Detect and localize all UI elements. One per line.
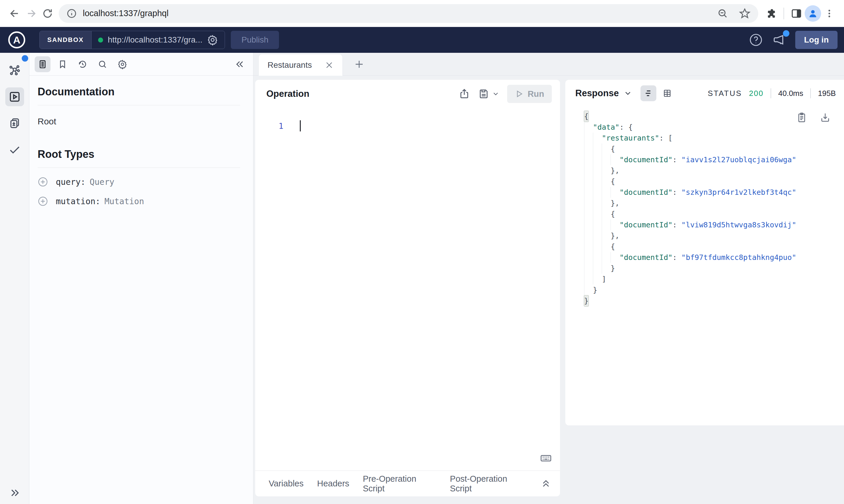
expand-sidebar-icon[interactable] bbox=[9, 487, 20, 499]
documentation-panel: Documentation Root Root Types query:Quer… bbox=[29, 53, 254, 504]
bottom-tab-variables[interactable]: Variables bbox=[269, 479, 304, 488]
response-panel: Response STATUS bbox=[565, 80, 844, 426]
apollo-logo-icon[interactable]: A bbox=[8, 31, 25, 49]
root-type-field: query: bbox=[56, 177, 85, 187]
documentation-tab-icon[interactable] bbox=[35, 56, 51, 72]
endpoint-settings-gear-icon[interactable] bbox=[207, 34, 218, 46]
text-caret bbox=[300, 120, 301, 131]
rule bbox=[38, 105, 240, 105]
browser-menu-icon[interactable] bbox=[821, 5, 838, 22]
expand-plus-icon[interactable] bbox=[38, 177, 48, 187]
collapse-bottom-bar-icon[interactable] bbox=[541, 479, 551, 489]
response-title: Response bbox=[575, 88, 619, 98]
json-line: { bbox=[584, 143, 835, 154]
response-size: 195B bbox=[818, 89, 836, 98]
root-type-name[interactable]: Query bbox=[90, 177, 114, 187]
documentation-content: Documentation Root Root Types query:Quer… bbox=[29, 76, 253, 206]
root-type-name[interactable]: Mutation bbox=[105, 197, 144, 206]
bottom-tab-headers[interactable]: Headers bbox=[317, 479, 349, 488]
status-label: STATUS bbox=[708, 89, 742, 98]
bookmarks-icon[interactable] bbox=[55, 56, 70, 72]
rail-notification-dot bbox=[22, 55, 28, 61]
operation-panel: Operation bbox=[255, 80, 560, 471]
expand-plus-icon[interactable] bbox=[38, 196, 48, 206]
explorer-icon[interactable] bbox=[5, 87, 24, 106]
json-line: } bbox=[584, 263, 835, 274]
json-line: ] bbox=[584, 274, 835, 285]
settings-gear-icon[interactable] bbox=[115, 56, 131, 72]
rule bbox=[38, 167, 240, 168]
workspace: Documentation Root Root Types query:Quer… bbox=[0, 53, 844, 504]
bottom-tab-pre-operation-script[interactable]: Pre-Operation Script bbox=[363, 474, 436, 493]
table-view-icon[interactable] bbox=[659, 85, 675, 101]
forward-icon[interactable] bbox=[23, 5, 39, 22]
save-icon[interactable] bbox=[478, 88, 489, 100]
json-line: "data": { bbox=[584, 122, 835, 132]
profile-avatar[interactable] bbox=[805, 5, 821, 22]
reload-icon[interactable] bbox=[39, 5, 56, 22]
help-icon[interactable] bbox=[749, 33, 763, 47]
search-icon[interactable] bbox=[94, 56, 110, 72]
operation-bottom-bar: VariablesHeadersPre-Operation ScriptPost… bbox=[255, 471, 560, 497]
response-dropdown[interactable]: Response bbox=[575, 88, 632, 98]
json-line: "documentId": "iavv1s2l27uoblqcjai06wga" bbox=[584, 154, 835, 165]
zoom-out-icon[interactable] bbox=[717, 8, 728, 19]
address-bar[interactable]: localhost:1337/graphql bbox=[59, 4, 758, 23]
megaphone-notification-dot bbox=[783, 30, 789, 37]
json-line: }, bbox=[584, 230, 835, 241]
endpoint-url-field[interactable]: http://localhost:1337/gra... bbox=[92, 34, 225, 46]
collapse-panel-icon[interactable] bbox=[232, 56, 248, 72]
schema-icon[interactable] bbox=[5, 61, 24, 80]
response-body[interactable]: {"data": {"restaurants": [{"documentId":… bbox=[565, 107, 844, 426]
root-type-row[interactable]: mutation:Mutation bbox=[38, 196, 240, 206]
changesets-icon[interactable] bbox=[5, 114, 24, 132]
left-rail bbox=[0, 53, 29, 504]
bookmark-star-icon[interactable] bbox=[739, 7, 751, 19]
run-button[interactable]: Run bbox=[507, 85, 552, 103]
download-response-icon[interactable] bbox=[819, 111, 831, 123]
root-type-row[interactable]: query:Query bbox=[38, 177, 240, 187]
status-code: 200 bbox=[749, 89, 763, 98]
save-chevron-down-icon[interactable] bbox=[492, 90, 500, 98]
keyboard-shortcuts-icon[interactable] bbox=[539, 452, 552, 465]
share-icon[interactable] bbox=[459, 88, 470, 100]
sandbox-badge: SANDBOX bbox=[40, 31, 92, 49]
line-number: 1 bbox=[255, 122, 283, 471]
tab-label[interactable]: Restaurants bbox=[268, 60, 312, 70]
side-panel-icon[interactable] bbox=[788, 5, 805, 22]
back-icon[interactable] bbox=[6, 5, 23, 22]
login-button[interactable]: Log in bbox=[795, 31, 838, 49]
response-duration: 40.0ms bbox=[778, 89, 803, 98]
play-icon bbox=[515, 89, 523, 98]
documentation-title: Documentation bbox=[38, 86, 240, 98]
tab-bar: Restaurants bbox=[254, 53, 844, 76]
save-group[interactable] bbox=[478, 88, 500, 100]
json-line: { bbox=[584, 176, 835, 187]
tab-restaurants[interactable]: Restaurants bbox=[258, 54, 343, 76]
operation-editor[interactable]: 1 bbox=[255, 108, 560, 471]
endpoint-text[interactable]: http://localhost:1337/gra... bbox=[108, 35, 202, 44]
site-info-icon[interactable] bbox=[66, 8, 77, 19]
json-line: } bbox=[584, 285, 835, 295]
extensions-icon[interactable] bbox=[763, 5, 779, 22]
new-tab-icon[interactable] bbox=[350, 55, 368, 74]
formatted-view-icon[interactable] bbox=[640, 85, 656, 101]
bottom-tab-post-operation-script[interactable]: Post-Operation Script bbox=[450, 474, 527, 493]
json-line: "documentId": "bf97tfdumkcc8ptahkng4puo" bbox=[584, 252, 835, 263]
url-text[interactable]: localhost:1337/graphql bbox=[83, 8, 717, 18]
announcements-megaphone-icon[interactable] bbox=[772, 33, 787, 47]
root-types-title: Root Types bbox=[38, 148, 240, 160]
sandbox-header: A SANDBOX http://localhost:1337/gra... P… bbox=[0, 27, 844, 53]
operation-column: Operation bbox=[255, 80, 560, 497]
root-types-list: query:Querymutation:Mutation bbox=[38, 177, 240, 206]
json-line: { bbox=[584, 209, 835, 219]
operation-title: Operation bbox=[266, 89, 309, 99]
copy-response-icon[interactable] bbox=[796, 111, 808, 123]
publish-button[interactable]: Publish bbox=[231, 31, 279, 49]
root-link[interactable]: Root bbox=[38, 116, 240, 126]
response-json: {"data": {"restaurants": [{"documentId":… bbox=[584, 111, 835, 306]
tab-close-icon[interactable] bbox=[325, 61, 333, 70]
checklist-icon[interactable] bbox=[5, 140, 24, 159]
history-icon[interactable] bbox=[74, 56, 90, 72]
root-type-field: mutation: bbox=[56, 197, 100, 206]
